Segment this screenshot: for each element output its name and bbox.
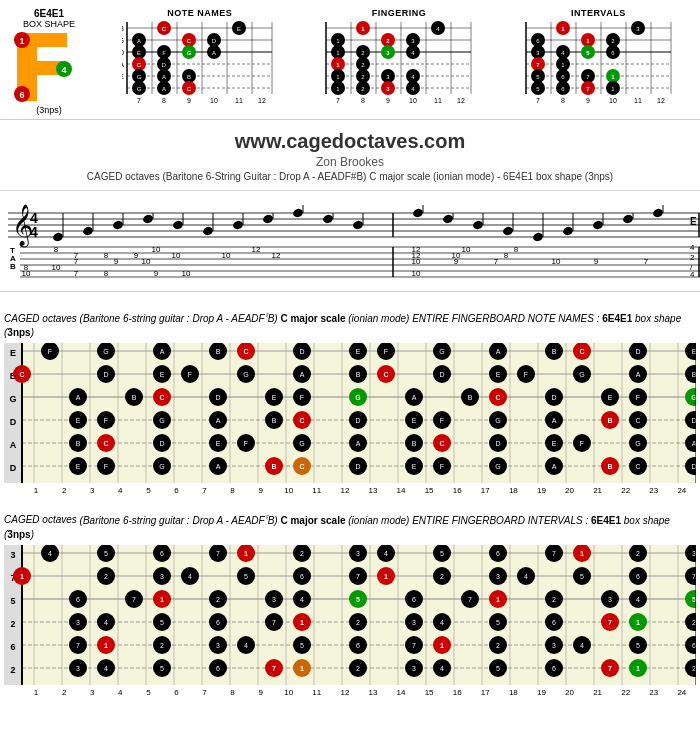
svg-text:10: 10 xyxy=(172,251,181,260)
svg-point-207 xyxy=(322,214,334,225)
svg-text:C: C xyxy=(187,38,192,44)
intervals-fret-numbers: 1 2 3 4 5 6 7 8 9 10 11 12 13 14 15 16 1… xyxy=(22,688,696,697)
svg-text:5: 5 xyxy=(160,665,164,672)
svg-text:C: C xyxy=(579,348,584,355)
svg-text:1: 1 xyxy=(496,596,500,603)
svg-text:12: 12 xyxy=(258,97,266,104)
three-nps-label: (3nps) xyxy=(36,105,62,115)
svg-text:3: 3 xyxy=(160,573,164,580)
svg-text:C: C xyxy=(299,463,304,470)
svg-text:A: A xyxy=(356,440,361,447)
svg-text:7: 7 xyxy=(272,619,276,626)
svg-text:3: 3 xyxy=(216,642,220,649)
svg-text:G: G xyxy=(635,440,640,447)
box-shape-sublabel: BOX SHAPE xyxy=(23,19,75,29)
svg-point-211 xyxy=(412,208,424,219)
svg-text:9: 9 xyxy=(387,97,391,104)
svg-point-201 xyxy=(232,220,244,231)
svg-text:F: F xyxy=(104,417,108,424)
svg-text:A: A xyxy=(162,74,166,80)
svg-text:A: A xyxy=(216,463,221,470)
svg-text:10: 10 xyxy=(152,245,161,254)
svg-text:6: 6 xyxy=(216,665,220,672)
svg-text:3: 3 xyxy=(10,550,15,560)
svg-text:12: 12 xyxy=(657,97,665,104)
note-names-title: NOTE NAMES xyxy=(167,8,232,18)
svg-text:3: 3 xyxy=(76,665,80,672)
svg-text:A: A xyxy=(300,371,305,378)
svg-text:10: 10 xyxy=(182,269,191,278)
svg-text:B: B xyxy=(607,463,612,470)
svg-text:C: C xyxy=(439,440,444,447)
svg-text:G: G xyxy=(439,348,444,355)
svg-text:A: A xyxy=(122,61,124,68)
svg-point-199 xyxy=(202,226,214,237)
svg-text:F: F xyxy=(300,394,304,401)
svg-text:10: 10 xyxy=(142,257,151,266)
svg-text:4: 4 xyxy=(384,550,388,557)
svg-text:G: G xyxy=(137,74,142,80)
svg-text:D: D xyxy=(215,394,220,401)
svg-text:2: 2 xyxy=(552,596,556,603)
svg-point-219 xyxy=(532,232,544,243)
svg-text:7: 7 xyxy=(132,596,136,603)
svg-text:1: 1 xyxy=(636,619,640,626)
svg-text:10: 10 xyxy=(222,251,231,260)
svg-text:10: 10 xyxy=(22,269,31,278)
svg-text:G: G xyxy=(159,463,164,470)
svg-text:6: 6 xyxy=(300,573,304,580)
svg-text:B: B xyxy=(692,371,696,378)
svg-text:10: 10 xyxy=(410,97,418,104)
note-names-svg: B G D A E C E A C D xyxy=(122,20,277,105)
svg-text:A: A xyxy=(137,38,141,44)
svg-text:D: D xyxy=(10,463,17,473)
svg-text:7: 7 xyxy=(216,550,220,557)
svg-text:1: 1 xyxy=(160,596,164,603)
svg-text:7: 7 xyxy=(74,257,79,266)
svg-text:3: 3 xyxy=(272,596,276,603)
svg-text:D: D xyxy=(159,440,164,447)
svg-text:5: 5 xyxy=(244,573,248,580)
svg-text:7: 7 xyxy=(536,97,540,104)
svg-text:7: 7 xyxy=(412,642,416,649)
svg-text:10: 10 xyxy=(412,257,421,266)
svg-text:1: 1 xyxy=(440,642,444,649)
svg-text:G: G xyxy=(159,417,164,424)
svg-text:E: E xyxy=(272,394,277,401)
svg-text:D: D xyxy=(691,417,696,424)
svg-text:2: 2 xyxy=(636,550,640,557)
svg-text:9: 9 xyxy=(154,269,159,278)
svg-text:A: A xyxy=(216,417,221,424)
svg-text:4: 4 xyxy=(61,65,66,75)
music-staff: 𝄞 4 4 xyxy=(8,195,700,285)
svg-text:8: 8 xyxy=(104,269,109,278)
svg-text:E: E xyxy=(412,463,417,470)
svg-text:B: B xyxy=(271,463,276,470)
svg-text:8: 8 xyxy=(162,97,166,104)
svg-point-221 xyxy=(562,226,574,237)
svg-text:F: F xyxy=(580,440,584,447)
svg-text:D: D xyxy=(212,38,217,44)
svg-text:D: D xyxy=(635,348,640,355)
svg-text:7: 7 xyxy=(608,665,612,672)
svg-text:G: G xyxy=(495,463,500,470)
svg-text:D: D xyxy=(439,371,444,378)
svg-text:4: 4 xyxy=(580,642,584,649)
svg-text:4: 4 xyxy=(300,596,304,603)
svg-text:E: E xyxy=(356,348,361,355)
svg-text:2: 2 xyxy=(692,619,696,626)
svg-text:D: D xyxy=(495,440,500,447)
svg-text:C: C xyxy=(19,371,24,378)
svg-text:9: 9 xyxy=(586,97,590,104)
svg-text:6: 6 xyxy=(636,573,640,580)
svg-point-203 xyxy=(262,214,274,225)
svg-text:8: 8 xyxy=(561,97,565,104)
svg-text:6: 6 xyxy=(10,642,15,652)
svg-text:E: E xyxy=(412,417,417,424)
svg-text:7: 7 xyxy=(337,97,341,104)
svg-point-225 xyxy=(622,214,634,225)
svg-text:D: D xyxy=(299,348,304,355)
svg-point-227 xyxy=(652,208,664,219)
svg-text:B: B xyxy=(187,74,191,80)
svg-point-205 xyxy=(292,208,304,219)
